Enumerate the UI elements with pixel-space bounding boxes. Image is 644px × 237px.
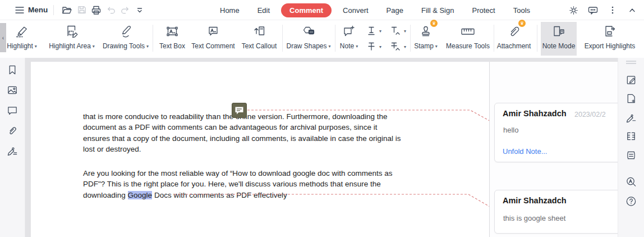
insert-text-tool-button[interactable]: ▾ bbox=[386, 23, 410, 39]
draw-shapes-label: Draw Shapes bbox=[286, 42, 326, 50]
highlight-area-button[interactable]: Highlight Area▾ bbox=[45, 22, 98, 56]
strikethrough-tool-button[interactable]: ▾ bbox=[362, 39, 386, 54]
note-button[interactable]: Note▾ bbox=[337, 22, 361, 56]
folder-open-icon bbox=[61, 4, 72, 16]
export-highlights-button[interactable]: Export Highlights bbox=[580, 22, 640, 56]
tab-fill-sign[interactable]: Fill & Sign bbox=[415, 4, 461, 17]
thumbnails-panel-button[interactable] bbox=[7, 84, 19, 96]
menu-label: Menu bbox=[28, 6, 48, 14]
selected-text[interactable]: Google bbox=[128, 191, 153, 199]
note-mode-label: Note Mode bbox=[542, 42, 576, 50]
chevron-up-icon bbox=[628, 6, 637, 15]
attachments-panel-button[interactable] bbox=[7, 125, 19, 136]
text-callout-icon bbox=[251, 24, 267, 39]
drawing-tools-label: Drawing Tools bbox=[103, 42, 145, 50]
drawing-tools-button[interactable]: Drawing Tools▾ bbox=[99, 22, 152, 56]
sign-document-button[interactable] bbox=[625, 112, 637, 124]
quick-tools-expand-button[interactable] bbox=[132, 3, 147, 17]
undo-button[interactable] bbox=[103, 3, 118, 17]
more-options-button[interactable] bbox=[605, 3, 620, 17]
replace-text-icon bbox=[390, 41, 401, 52]
export-highlights-label: Export Highlights bbox=[585, 42, 636, 50]
topbar-right-icons bbox=[566, 0, 640, 20]
document-text-line: PDF"? This is the right place for you. H… bbox=[83, 179, 393, 189]
text-callout-button[interactable]: Text Callout bbox=[239, 22, 279, 56]
text-box-label: Text Box bbox=[159, 42, 185, 50]
open-file-button[interactable] bbox=[59, 3, 74, 17]
text-markup-tools: ▾ ▾ ▾ ▾ bbox=[362, 23, 410, 54]
tab-page[interactable]: Page bbox=[380, 4, 410, 17]
undo-icon bbox=[105, 4, 116, 15]
divider bbox=[282, 25, 283, 52]
chevron-down-icon: ▾ bbox=[404, 44, 406, 49]
print-button[interactable] bbox=[89, 3, 103, 17]
note-icon bbox=[341, 24, 357, 39]
text-comment-button[interactable]: Text Comment bbox=[191, 22, 236, 56]
note-mode-button[interactable]: Note Mode bbox=[541, 22, 577, 56]
chevron-down-bar-icon bbox=[135, 6, 144, 15]
comment-author: Amir Shahzadch bbox=[503, 109, 567, 118]
settings-button[interactable] bbox=[566, 3, 581, 17]
document-text-line: lost or destroyed. bbox=[83, 144, 401, 154]
tab-comment[interactable]: Comment bbox=[281, 3, 332, 17]
divider bbox=[335, 25, 335, 52]
help-button[interactable] bbox=[625, 195, 637, 207]
document-paragraph-2[interactable]: Are you looking for the most reliable wa… bbox=[83, 168, 393, 200]
text-box-icon bbox=[164, 24, 180, 39]
draw-shapes-button[interactable]: Draw Shapes▾ bbox=[285, 22, 332, 56]
underline-tool-button[interactable]: ▾ bbox=[362, 23, 386, 39]
collapse-ribbon-button[interactable] bbox=[625, 3, 640, 17]
feedback-button[interactable] bbox=[586, 3, 600, 17]
comment-card[interactable]: Amir Shahzadch this is google sheet bbox=[494, 190, 618, 234]
tab-edit[interactable]: Edit bbox=[251, 4, 277, 17]
chevron-down-icon: ▾ bbox=[35, 44, 37, 49]
tab-tools[interactable]: Tools bbox=[507, 4, 537, 17]
divider bbox=[410, 25, 411, 52]
split-view-button[interactable] bbox=[625, 130, 637, 142]
bookmarks-panel-button[interactable] bbox=[7, 64, 19, 76]
replace-text-tool-button[interactable]: ▾ bbox=[386, 39, 410, 54]
text-segment: downloading bbox=[83, 191, 128, 199]
document-text-line: document as a PDF with comments can be a… bbox=[83, 122, 401, 133]
signatures-panel-button[interactable] bbox=[6, 145, 19, 157]
right-sidebar bbox=[618, 58, 644, 237]
top-bar: Menu Home Edit Comment Convert Page Fill… bbox=[0, 0, 644, 20]
paperclip-icon bbox=[7, 125, 19, 136]
comment-toolbar: ‹ Highlight▾ Highlight Area▾ Drawing Too… bbox=[0, 20, 644, 58]
tab-convert[interactable]: Convert bbox=[336, 4, 375, 17]
chevron-down-icon: ▾ bbox=[329, 44, 331, 49]
draw-shapes-icon bbox=[301, 24, 316, 39]
comment-card[interactable]: Amir Shahzadch 2023/02/2 hello Unfold No… bbox=[494, 103, 618, 162]
left-sidebar bbox=[0, 58, 25, 237]
ruler-icon bbox=[459, 24, 476, 39]
strikethrough-text: Docs with comments as PDF effectively bbox=[152, 191, 287, 199]
text-box-button[interactable]: Text Box bbox=[155, 22, 189, 56]
attachment-button[interactable]: ♛ Attachment bbox=[496, 22, 532, 56]
comments-panel-button[interactable] bbox=[7, 104, 19, 116]
tab-home[interactable]: Home bbox=[213, 4, 246, 17]
sticky-note-annotation[interactable] bbox=[232, 103, 247, 118]
tab-protect[interactable]: Protect bbox=[465, 4, 502, 17]
image-icon bbox=[7, 84, 19, 96]
search-text-button[interactable] bbox=[625, 176, 637, 188]
stamp-button[interactable]: ♛ Stamp▾ bbox=[412, 22, 440, 56]
measure-tools-label: Measure Tools bbox=[446, 42, 490, 50]
crop-pages-button[interactable] bbox=[625, 149, 637, 161]
ribbon-tabs: Home Edit Comment Convert Page Fill & Si… bbox=[213, 0, 537, 20]
menu-button[interactable]: Menu bbox=[15, 6, 48, 14]
underline-text-icon bbox=[366, 25, 376, 37]
divider bbox=[537, 25, 537, 52]
unfold-note-link[interactable]: Unfold Note... bbox=[503, 147, 548, 156]
caret-insert-icon bbox=[390, 25, 401, 37]
highlight-area-icon bbox=[64, 24, 80, 39]
redo-button[interactable] bbox=[118, 3, 132, 17]
measure-tools-button[interactable]: Measure Tools bbox=[444, 22, 492, 56]
add-page-button[interactable] bbox=[625, 93, 637, 104]
panel-drag-handle[interactable] bbox=[625, 60, 637, 65]
pro-badge-icon: ♛ bbox=[518, 20, 526, 27]
highlight-button[interactable]: Highlight▾ bbox=[1, 22, 43, 56]
edit-pdf-button[interactable] bbox=[625, 74, 637, 86]
booklet-icon bbox=[625, 149, 637, 161]
save-button[interactable] bbox=[74, 3, 89, 17]
chevron-down-icon: ▾ bbox=[435, 44, 438, 49]
